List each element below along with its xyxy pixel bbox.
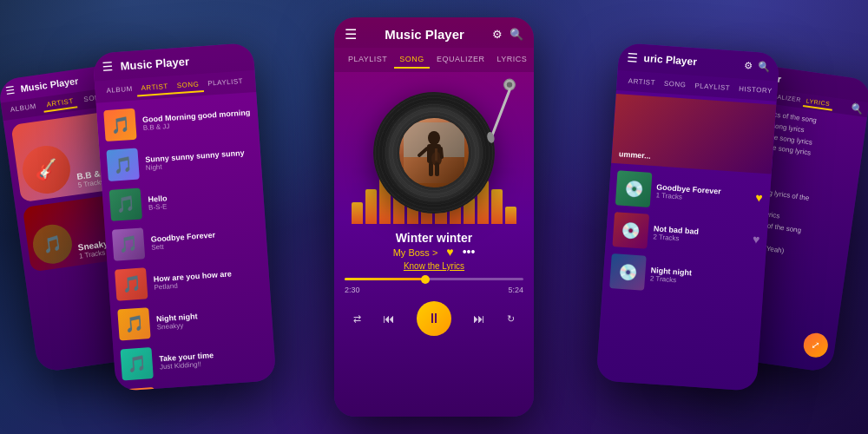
song-info-6: Take your time Just Kidding!! [159, 346, 268, 371]
center-tab-playlist[interactable]: PLAYLIST [343, 51, 392, 69]
right-search-icon[interactable]: 🔍 [758, 61, 771, 73]
svg-rect-5 [435, 148, 437, 161]
song-name-7: All the best all [161, 391, 270, 391]
far-left-menu-icon[interactable]: ☰ [5, 83, 16, 96]
phone-left: ☰ Music Player ALBUM ARTIST SONG PLAYLIS… [93, 43, 277, 391]
far-right-search-icon[interactable]: 🔍 [850, 102, 864, 115]
eq-bar [491, 189, 503, 224]
svg-point-2 [428, 131, 440, 145]
song-info-0: Good Morning good morning B.B & JJ [142, 108, 252, 132]
song-thumb-6: 🎵 [120, 347, 153, 380]
album-photo-inner [399, 118, 469, 187]
song-thumb-0: 🎵 [103, 108, 136, 141]
phones-container: ☰ Music Player ALBUM ARTIST SONG 🎸 B.B &… [0, 0, 868, 434]
song-thumb-3: 🎵 [112, 227, 145, 260]
artist-avatar-1: 🎸 [19, 142, 73, 196]
right-menu-icon[interactable]: ☰ [627, 50, 639, 65]
svg-line-7 [441, 148, 442, 157]
right-song-info-1: Goodbye Forever 1 Tracks [655, 182, 751, 206]
progress-knob[interactable] [421, 275, 430, 284]
left-menu-icon[interactable]: ☰ [102, 59, 114, 74]
next-button[interactable]: ⏭ [473, 312, 485, 326]
center-nav: PLAYLIST SONG EQUALIZER LYRICS [334, 48, 534, 72]
svg-point-11 [507, 82, 512, 87]
song-info-1: Sunny sunny sunny sunny Night [145, 148, 254, 172]
phone-center: ☰ Music Player ⚙ 🔍 PLAYLIST SONG EQUALIZ… [334, 17, 534, 417]
song-details: Winter winter My Boss > ♥ ••• Know the L… [334, 224, 534, 274]
album-art-container [334, 72, 534, 224]
song-info-5: Night night Sneakyy [156, 306, 266, 331]
svg-rect-8 [429, 162, 433, 176]
eq-bar [505, 207, 516, 224]
repeat-button[interactable]: ↻ [507, 313, 515, 325]
center-filter-icon[interactable]: ⚙ [492, 28, 503, 41]
left-song-list: 🎵 Good Morning good morning B.B & JJ 🎵 S… [96, 92, 277, 391]
center-tab-equalizer[interactable]: EQUALIZER [431, 51, 490, 69]
center-tab-song[interactable]: SONG [394, 51, 430, 69]
center-search-icon[interactable]: 🔍 [510, 28, 523, 41]
eq-bar [365, 189, 377, 224]
eq-bar [352, 202, 363, 224]
heart-button[interactable]: ♥ [446, 245, 453, 259]
center-song-title: Winter winter [396, 231, 473, 245]
song-info-4: How are you how are Petland [154, 266, 263, 291]
right-tab-playlist[interactable]: PLAYLIST [690, 79, 735, 95]
center-title: Music Player [357, 27, 492, 42]
tonearm [477, 76, 521, 146]
far-left-tab-artist[interactable]: ARTIST [43, 95, 78, 112]
right-song-list: ummer... 💿 Goodbye Forever 1 Tracks ♥ 💿 … [602, 90, 777, 306]
right-heart-2[interactable]: ♥ [753, 232, 760, 247]
song-info-7: All the best all [161, 391, 270, 391]
artist-avatar-2: 🎵 [30, 222, 75, 266]
center-menu-icon[interactable]: ☰ [345, 26, 357, 43]
right-tab-history[interactable]: HISTORY [734, 82, 778, 97]
song-thumb-7: 🎵 [123, 387, 156, 391]
center-song-artist: My Boss > [393, 247, 438, 258]
person-silhouette [404, 122, 464, 183]
svg-rect-9 [435, 162, 439, 176]
play-pause-button[interactable]: ⏸ [417, 301, 451, 336]
share-fab[interactable]: ⤢ [802, 332, 830, 359]
right-thumb-2: 💿 [612, 212, 649, 249]
total-time: 5:24 [508, 286, 523, 294]
right-song-info-3: Night night 2 Tracks [650, 266, 758, 290]
right-featured[interactable]: ummer... [611, 94, 776, 174]
artist-name-text: My Boss > [393, 247, 438, 258]
song-thumb-4: 🎵 [115, 267, 148, 300]
play-icon: ⏸ [427, 311, 441, 326]
phone-right: ☰ uric Player ⚙ 🔍 ARTIST SONG PLAYLIST H… [596, 43, 780, 391]
svg-line-12 [492, 90, 510, 135]
left-title: Music Player [120, 50, 246, 72]
album-art [399, 118, 469, 187]
right-title: uric Player [643, 52, 745, 71]
left-tab-playlist[interactable]: PLAYLIST [203, 75, 248, 92]
more-button[interactable]: ••• [463, 245, 476, 259]
song-thumb-5: 🎵 [117, 307, 150, 340]
left-tab-artist[interactable]: ARTIST [136, 80, 173, 97]
right-tab-song[interactable]: SONG [659, 76, 691, 91]
progress-section [334, 274, 534, 284]
right-filter-icon[interactable]: ⚙ [744, 60, 753, 72]
know-lyrics-link[interactable]: Know the Lyrics [343, 261, 525, 271]
progress-bar[interactable] [345, 278, 523, 280]
left-tab-song[interactable]: SONG [172, 77, 204, 94]
progress-fill [345, 278, 425, 280]
right-heart-1[interactable]: ♥ [755, 190, 763, 205]
far-left-tab-album[interactable]: ALBUM [6, 100, 41, 117]
center-header: ☰ Music Player ⚙ 🔍 [334, 17, 534, 48]
right-tab-artist[interactable]: ARTIST [623, 74, 660, 89]
vinyl-record [373, 92, 495, 214]
center-tab-lyrics[interactable]: LYRICS [491, 51, 532, 69]
shuffle-button[interactable]: ⇄ [353, 313, 361, 325]
current-time: 2:30 [345, 286, 360, 294]
controls-row: ⇄ ⏮ ⏸ ⏭ ↻ [334, 296, 534, 343]
right-featured-title: ummer... [619, 149, 652, 161]
right-thumb-3: 💿 [609, 253, 647, 291]
right-thumb-1: 💿 [615, 170, 653, 207]
song-info-3: Goodbye Forever Sett [150, 227, 260, 252]
left-tab-album[interactable]: ALBUM [102, 82, 137, 99]
song-info-2: Hello B-S-E [148, 187, 257, 212]
song-thumb-2: 🎵 [109, 187, 142, 220]
prev-button[interactable]: ⏮ [383, 312, 395, 326]
right-song-info-2: Not bad bad 2 Tracks [653, 224, 748, 247]
